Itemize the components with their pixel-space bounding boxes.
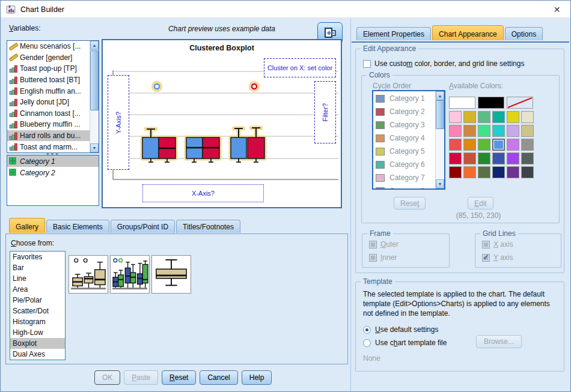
scroll-up-icon[interactable]: ▲ xyxy=(90,41,99,50)
category-item[interactable]: Category 1 xyxy=(7,155,99,167)
color-swatch[interactable] xyxy=(449,125,462,137)
cycle-order-item[interactable]: Category 8 xyxy=(373,184,444,190)
chart-type-pie-polar[interactable]: Pie/Polar xyxy=(10,295,65,306)
frame-outer-checkbox[interactable]: Outer xyxy=(369,240,398,249)
tab-chart-appearance[interactable]: Chart Appearance xyxy=(432,25,504,40)
variable-item[interactable]: English muffin an... xyxy=(7,85,99,97)
color-swatch[interactable] xyxy=(449,139,462,151)
cycle-order-item[interactable]: Category 5 xyxy=(373,144,444,157)
color-swatch[interactable] xyxy=(478,152,490,164)
checkbox-icon[interactable] xyxy=(369,241,377,249)
category-item[interactable]: Category 2 xyxy=(7,167,99,178)
checkbox-icon[interactable] xyxy=(363,60,371,68)
cycle-order-item[interactable]: Category 7 xyxy=(373,170,444,184)
color-swatch[interactable] xyxy=(449,111,462,123)
tab-options[interactable]: Options xyxy=(505,27,543,40)
drop-zone-x-axis[interactable]: X-Axis? xyxy=(142,184,264,202)
chart-preview-canvas[interactable]: Clustered Boxplot xyxy=(102,39,342,208)
chart-type-favorites[interactable]: Favorites xyxy=(10,252,65,262)
color-swatch[interactable] xyxy=(463,166,476,178)
chart-type-dual-axes[interactable]: Dual Axes xyxy=(10,349,65,360)
tab-element-properties[interactable]: Element Properties xyxy=(356,27,431,40)
color-swatch[interactable] xyxy=(478,111,490,123)
color-swatch[interactable] xyxy=(507,166,519,178)
color-swatch[interactable] xyxy=(492,152,505,164)
variable-item[interactable]: Jelly donut [JD] xyxy=(7,97,99,108)
variable-item[interactable]: Blueberry muffin ... xyxy=(7,119,99,130)
variables-scrollbar[interactable]: ▲ ▼ xyxy=(90,41,99,152)
scroll-down-icon[interactable]: ▼ xyxy=(90,143,99,152)
no-color-swatch[interactable] xyxy=(507,97,533,109)
color-swatch[interactable] xyxy=(478,166,490,178)
color-swatch[interactable] xyxy=(492,125,505,137)
color-swatch[interactable] xyxy=(463,152,476,164)
gallery-tab-gallery[interactable]: Gallery xyxy=(9,218,45,233)
color-swatch[interactable] xyxy=(449,166,462,178)
use-custom-settings-checkbox[interactable]: Use custom color, border, and grid line … xyxy=(363,59,524,68)
color-swatch[interactable] xyxy=(507,125,519,137)
chart-type-bar[interactable]: Bar xyxy=(10,262,65,273)
reset-colors-button[interactable]: Reset xyxy=(394,197,426,210)
grid-x-axis-checkbox[interactable]: X axis xyxy=(482,240,513,249)
use-default-settings-radio[interactable]: Use default settings xyxy=(363,325,438,334)
color-swatch[interactable] xyxy=(478,97,504,109)
radio-selected-icon[interactable] xyxy=(363,326,371,334)
cycle-order-item[interactable]: Category 1 xyxy=(373,91,444,104)
chart-type-area[interactable]: Area xyxy=(10,284,65,295)
drop-zone-y-axis[interactable]: Y-Axis? xyxy=(108,75,129,170)
cycle-order-item[interactable]: Category 2 xyxy=(373,104,444,118)
browse-button[interactable]: Browse... xyxy=(476,335,522,348)
scrollbar-thumb[interactable] xyxy=(436,100,444,129)
ok-button[interactable]: OK xyxy=(94,370,120,385)
color-swatch[interactable] xyxy=(449,152,462,164)
use-template-file-radio[interactable]: Use chart template file xyxy=(363,339,447,347)
color-swatch[interactable] xyxy=(521,125,534,137)
color-swatch[interactable] xyxy=(507,152,519,164)
cycle-order-item[interactable]: Category 6 xyxy=(373,157,444,170)
variable-item[interactable]: Cinnamon toast [... xyxy=(7,108,99,119)
color-swatch[interactable] xyxy=(449,97,475,109)
gallery-tab-basic-elements[interactable]: Basic Elements xyxy=(46,220,109,233)
cycle-order-item[interactable]: Category 4 xyxy=(373,131,444,144)
drop-zone-filter[interactable]: Filter? xyxy=(314,81,336,143)
cancel-button[interactable]: Cancel xyxy=(200,370,237,385)
checkbox-icon[interactable] xyxy=(369,254,377,262)
help-button[interactable]: Help xyxy=(242,370,272,385)
color-swatch[interactable] xyxy=(521,166,534,178)
category-list[interactable]: Category 1Category 2 xyxy=(7,155,99,206)
gallery-thumb-1d-boxplot[interactable] xyxy=(151,255,191,294)
reset-button[interactable]: Reset xyxy=(162,370,196,385)
cycle-order-scrollbar[interactable]: ▲ ▼ xyxy=(435,91,444,188)
close-icon[interactable]: ✕ xyxy=(543,1,570,18)
chart-type-boxplot[interactable]: Boxplot xyxy=(10,338,65,349)
gallery-thumb-simple-boxplot[interactable] xyxy=(69,255,108,294)
variables-list[interactable]: Menu scenarios [...Gender [gender]Toast … xyxy=(7,40,99,153)
color-swatch[interactable] xyxy=(521,111,534,123)
variable-item[interactable]: Toast pop-up [TP] xyxy=(7,63,99,74)
radio-icon[interactable] xyxy=(363,339,371,347)
chart-type-high-low[interactable]: High-Low xyxy=(10,327,65,338)
scrollbar-thumb[interactable] xyxy=(90,50,99,110)
chart-type-line[interactable]: Line xyxy=(10,273,65,284)
cycle-order-list[interactable]: Category 1Category 2Category 3Category 4… xyxy=(372,90,445,190)
color-swatch[interactable] xyxy=(463,139,476,151)
scroll-up-icon[interactable]: ▲ xyxy=(436,91,444,100)
variable-item[interactable]: Buttered toast [BT] xyxy=(7,74,99,86)
color-swatch[interactable] xyxy=(463,111,476,123)
color-swatch[interactable] xyxy=(507,111,519,123)
grid-y-axis-checkbox[interactable]: Y axis xyxy=(482,253,513,262)
color-swatch[interactable] xyxy=(492,111,505,123)
gallery-tab-groups-point-id[interactable]: Groups/Point ID xyxy=(111,220,175,233)
color-swatch[interactable] xyxy=(463,125,476,137)
checkbox-checked-icon[interactable] xyxy=(482,254,490,262)
checkbox-icon[interactable] xyxy=(482,241,490,249)
color-swatch[interactable] xyxy=(492,166,505,178)
color-swatch[interactable] xyxy=(507,139,519,151)
variable-item[interactable]: Menu scenarios [... xyxy=(7,41,99,52)
edit-color-button[interactable]: Edit xyxy=(468,197,493,210)
color-swatch[interactable] xyxy=(478,139,490,151)
chart-type-histogram[interactable]: Histogram xyxy=(10,316,65,327)
variable-item[interactable]: Hard rolls and bu... xyxy=(7,130,99,142)
paste-button[interactable]: Paste xyxy=(124,370,158,385)
frame-inner-checkbox[interactable]: Inner xyxy=(369,253,398,262)
